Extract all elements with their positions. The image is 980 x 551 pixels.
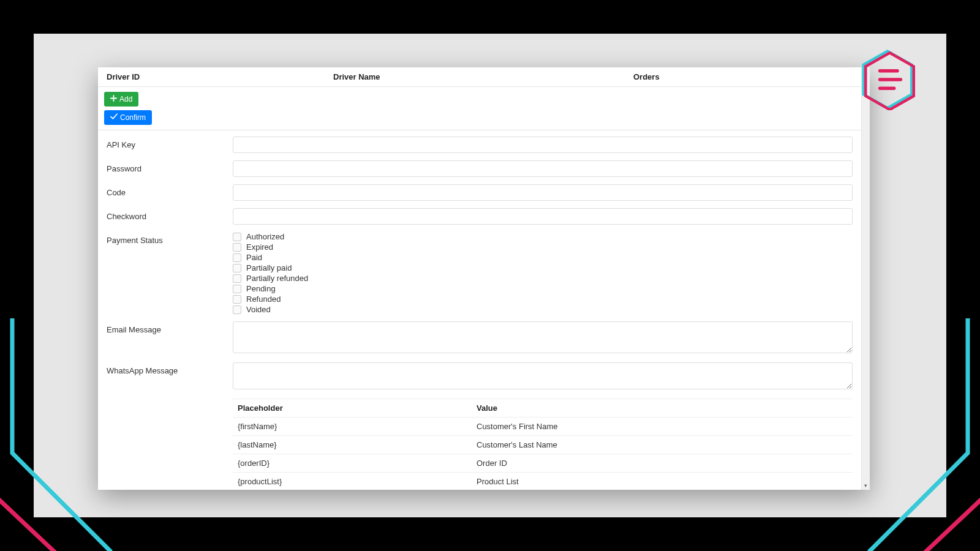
checkbox-partially-paid[interactable] [233,264,241,272]
api-key-input[interactable] [233,137,853,153]
confirm-button[interactable]: Confirm [104,110,152,125]
scrollbar-down-icon[interactable]: ▾ [862,481,870,490]
placeholder-row: {orderID} Order ID [233,454,853,473]
placeholder-table: Placeholder Value {firstName} Customer's… [233,399,853,490]
add-button-label: Add [119,95,132,103]
checkbox-authorized[interactable] [233,233,241,241]
whatsapp-message-textarea[interactable] [233,362,853,389]
plus-icon [110,95,117,103]
payment-status-option[interactable]: Pending [233,284,853,293]
placeholder-value: Customer's First Name [477,422,848,431]
whatsapp-message-label: WhatsApp Message [107,362,233,375]
placeholder-key: {productList} [238,477,477,486]
payment-status-option[interactable]: Refunded [233,294,853,304]
placeholder-key: {firstName} [238,422,477,431]
placeholder-row: {firstName} Customer's First Name [233,418,853,436]
placeholder-table-header: Placeholder Value [233,399,853,418]
checkbox-label: Voided [246,305,271,314]
checkbox-label: Pending [246,284,276,293]
checkbox-label: Partially paid [246,263,292,272]
payment-status-option[interactable]: Authorized [233,232,853,241]
placeholder-column-placeholder: Placeholder [238,403,477,413]
placeholder-row: {productList} Product List [233,473,853,490]
payment-status-option[interactable]: Partially refunded [233,274,853,283]
placeholder-row: {lastName} Customer's Last Name [233,436,853,454]
checkbox-voided[interactable] [233,305,241,314]
email-message-textarea[interactable] [233,321,853,353]
page-background: Driver ID Driver Name Orders Add [34,34,946,517]
checkbox-label: Refunded [246,294,281,304]
placeholder-value: Order ID [477,459,848,468]
placeholder-key: {lastName} [238,440,477,449]
brand-hexagon-logo [860,49,915,110]
checkbox-pending[interactable] [233,285,241,293]
column-driver-name: Driver Name [333,72,633,81]
api-key-label: API Key [107,137,233,149]
confirm-button-label: Confirm [120,113,146,122]
vertical-scrollbar[interactable]: ▾ [861,67,870,490]
payment-status-option[interactable]: Partially paid [233,263,853,272]
placeholder-value: Product List [477,477,848,486]
payment-status-list: Authorized Expired Paid Partially paid P… [233,232,853,314]
column-driver-id: Driver ID [107,72,333,81]
checkbox-refunded[interactable] [233,295,241,304]
checkbox-partially-refunded[interactable] [233,274,241,283]
checkbox-label: Partially refunded [246,274,308,283]
checkbox-expired[interactable] [233,243,241,252]
checkword-label: Checkword [107,208,233,221]
payment-status-option[interactable]: Paid [233,253,853,262]
checkbox-label: Paid [246,253,262,262]
password-label: Password [107,160,233,173]
payment-status-label: Payment Status [107,232,233,245]
add-button[interactable]: Add [104,92,138,107]
column-orders: Orders [633,72,853,81]
checkbox-label: Authorized [246,232,284,241]
placeholder-key: {orderID} [238,459,477,468]
action-row: Add Confirm [98,87,861,130]
email-message-label: Email Message [107,321,233,334]
code-input[interactable] [233,184,853,201]
payment-status-option[interactable]: Voided [233,305,853,314]
code-label: Code [107,184,233,197]
panel-scroll-area: Driver ID Driver Name Orders Add [98,67,861,490]
checkword-input[interactable] [233,208,853,225]
spacer [107,394,233,397]
checkbox-paid[interactable] [233,253,241,262]
check-icon [110,113,118,122]
svg-marker-1 [865,53,914,110]
form-section: API Key Password Code [98,130,861,490]
password-input[interactable] [233,160,853,177]
placeholder-value: Customer's Last Name [477,440,848,449]
main-panel: Driver ID Driver Name Orders Add [98,67,870,490]
drivers-table-header: Driver ID Driver Name Orders [98,67,861,87]
checkbox-label: Expired [246,242,273,252]
payment-status-option[interactable]: Expired [233,242,853,252]
placeholder-column-value: Value [477,403,848,413]
